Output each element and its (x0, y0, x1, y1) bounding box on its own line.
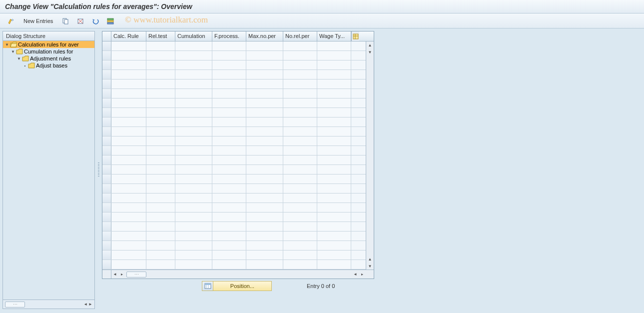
table-cell[interactable] (175, 146, 212, 155)
row-selector[interactable] (102, 232, 111, 240)
row-selector[interactable] (102, 51, 111, 60)
table-cell[interactable] (212, 51, 246, 60)
table-cell[interactable] (146, 250, 175, 260)
table-cell[interactable] (175, 174, 212, 184)
table-cell[interactable] (175, 118, 212, 126)
table-cell[interactable] (111, 222, 146, 231)
table-cell[interactable] (146, 98, 175, 108)
scroll-up-icon[interactable]: ▲ (366, 42, 374, 48)
table-cell[interactable] (146, 174, 175, 184)
table-cell[interactable] (146, 118, 175, 126)
table-row[interactable] (102, 98, 366, 108)
table-cell[interactable] (246, 89, 283, 98)
splitter-handle[interactable] (97, 31, 100, 309)
table-cell[interactable] (317, 212, 351, 222)
row-selector[interactable] (102, 80, 111, 88)
table-cell[interactable] (246, 174, 283, 184)
table-cell[interactable] (212, 260, 246, 269)
new-entries-button[interactable]: New Entries (20, 16, 56, 26)
table-cell[interactable] (317, 80, 351, 88)
table-cell[interactable] (317, 51, 351, 60)
row-selector[interactable] (102, 212, 111, 222)
table-cell[interactable] (283, 42, 317, 50)
table-row[interactable] (102, 165, 366, 174)
row-selector[interactable] (102, 165, 111, 174)
table-cell[interactable] (317, 60, 351, 70)
table-cell[interactable] (175, 232, 212, 240)
table-cell[interactable] (146, 42, 175, 50)
table-cell[interactable] (283, 203, 317, 212)
table-cell[interactable] (212, 203, 246, 212)
table-cell[interactable] (146, 184, 175, 193)
table-cell[interactable] (146, 108, 175, 117)
table-cell[interactable] (175, 136, 212, 146)
column-header[interactable]: Rel.test (146, 32, 175, 41)
table-row[interactable] (102, 127, 366, 136)
table-cell[interactable] (283, 146, 317, 155)
row-selector[interactable] (102, 146, 111, 155)
table-cell[interactable] (246, 136, 283, 146)
table-cell[interactable] (111, 146, 146, 155)
table-cell[interactable] (246, 80, 283, 88)
table-cell[interactable] (146, 194, 175, 202)
table-cell[interactable] (146, 203, 175, 212)
table-cell[interactable] (283, 260, 317, 269)
table-cell[interactable] (175, 212, 212, 222)
row-selector[interactable] (102, 60, 111, 70)
row-selector[interactable] (102, 127, 111, 136)
table-cell[interactable] (317, 127, 351, 136)
table-cell[interactable] (283, 127, 317, 136)
table-cell[interactable] (146, 51, 175, 60)
table-cell[interactable] (317, 165, 351, 174)
table-cell[interactable] (175, 165, 212, 174)
table-cell[interactable] (111, 108, 146, 117)
table-cell[interactable] (283, 222, 317, 231)
table-cell[interactable] (111, 136, 146, 146)
table-cell[interactable] (212, 127, 246, 136)
table-cell[interactable] (246, 212, 283, 222)
table-cell[interactable] (111, 165, 146, 174)
table-cell[interactable] (317, 70, 351, 79)
table-cell[interactable] (146, 80, 175, 88)
select-all-icon[interactable] (104, 16, 116, 26)
table-cell[interactable] (317, 174, 351, 184)
table-row[interactable] (102, 184, 366, 194)
table-cell[interactable] (111, 70, 146, 79)
table-cell[interactable] (175, 51, 212, 60)
table-cell[interactable] (111, 127, 146, 136)
table-cell[interactable] (317, 136, 351, 146)
tree-item[interactable]: ▼Adjustment rules (3, 55, 94, 62)
select-all-column[interactable] (102, 32, 111, 41)
table-cell[interactable] (246, 232, 283, 240)
table-cell[interactable] (111, 232, 146, 240)
table-cell[interactable] (175, 194, 212, 202)
table-cell[interactable] (146, 70, 175, 79)
table-cell[interactable] (212, 184, 246, 193)
table-cell[interactable] (175, 60, 212, 70)
scroll-up-icon[interactable]: ▲ (366, 256, 374, 262)
table-cell[interactable] (317, 156, 351, 164)
table-cell[interactable] (146, 136, 175, 146)
row-selector[interactable] (102, 174, 111, 184)
table-cell[interactable] (246, 156, 283, 164)
table-row[interactable] (102, 146, 366, 156)
table-cell[interactable] (175, 80, 212, 88)
scroll-first-icon[interactable]: ◄ (111, 270, 118, 278)
table-cell[interactable] (175, 98, 212, 108)
table-cell[interactable] (283, 212, 317, 222)
position-button[interactable]: Position... (202, 281, 272, 291)
row-selector[interactable] (102, 108, 111, 117)
row-selector[interactable] (102, 203, 111, 212)
table-cell[interactable] (175, 222, 212, 231)
copy-icon[interactable] (59, 16, 71, 26)
table-cell[interactable] (317, 222, 351, 231)
table-row[interactable] (102, 203, 366, 212)
row-selector[interactable] (102, 260, 111, 269)
table-cell[interactable] (283, 184, 317, 193)
tree-item[interactable]: ▼Cumulation rules for (3, 48, 94, 55)
table-row[interactable] (102, 42, 366, 51)
scroll-right-icon[interactable]: ◄ (352, 270, 359, 278)
grid-vscroll[interactable]: ▲ ▼ ▲ ▼ (366, 42, 374, 270)
table-cell[interactable] (175, 241, 212, 250)
collapse-icon[interactable]: ▼ (5, 42, 9, 47)
